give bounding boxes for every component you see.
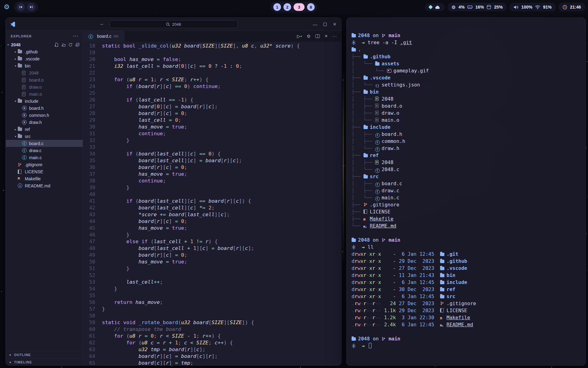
line-number[interactable]: 51 [83,265,95,272]
line-number[interactable]: 33 [83,144,95,151]
line-number[interactable]: 46 [83,232,95,238]
explorer-item-Makefile[interactable]: MMakefile [6,175,83,182]
explorer-item-common.h[interactable]: Hcommon.h [6,112,83,119]
explorer-item-main.o[interactable]: main.o [6,90,83,98]
audio-network-widget[interactable]: 100% 91% [510,3,556,11]
nav-back-button[interactable]: ← [100,21,104,26]
new-file-icon[interactable] [54,43,58,47]
line-number[interactable]: 61 [83,333,95,339]
line-number[interactable]: 56 [83,299,95,306]
workspace-8[interactable]: 8 [307,3,315,11]
line-number[interactable]: 64 [83,353,95,360]
terminal-window[interactable]: 2048 on main → tree -a -I .git.├── .gith… [346,17,586,366]
weather-widget[interactable] [425,3,445,11]
launcher-icon[interactable]: ⚙ [4,4,10,10]
line-number[interactable]: 27 [83,103,95,110]
line-number[interactable]: 23 [83,76,95,83]
line-number[interactable]: 26 [83,97,95,103]
line-number[interactable]: 52 [83,272,95,279]
line-number[interactable]: 31 [83,130,95,137]
line-number[interactable]: 40 [83,191,95,198]
tab-board-c[interactable]: C board.c src [83,31,124,42]
line-number[interactable]: 55 [83,292,95,299]
line-number[interactable]: 41 [83,198,95,205]
line-number[interactable]: 34 [83,151,95,157]
refresh-icon[interactable] [68,43,73,47]
line-number[interactable]: 21 [83,63,95,70]
explorer-more-actions-icon[interactable]: ··· [73,34,78,39]
line-number[interactable]: 47 [83,238,95,245]
editor-titlebar[interactable]: ← → 2048 — × [6,18,341,31]
minimize-button[interactable]: — [313,22,317,27]
line-number[interactable]: 60 [83,326,95,333]
new-folder-icon[interactable] [61,43,66,47]
line-number[interactable]: 25 [83,90,95,97]
explorer-item-.vscode[interactable]: ▸.vscode [6,55,83,62]
explorer-item-draw.h[interactable]: Hdraw.h [6,119,83,126]
line-number[interactable]: 19 [83,49,95,56]
timeline-section[interactable]: ▸ TIMELINE [6,358,83,366]
line-number[interactable]: 22 [83,70,95,76]
split-editor-icon[interactable] [315,34,320,38]
code-editor[interactable]: 1819202122232425262728293031323334353637… [83,42,341,366]
line-number[interactable]: 45 [83,225,95,232]
outline-section[interactable]: ▸ OUTLINE [6,351,83,358]
line-number[interactable]: 65 [83,360,95,366]
explorer-item-board.c[interactable]: Cboard.c [6,140,83,147]
line-number[interactable]: 43 [83,211,95,218]
explorer-item-README.md[interactable]: iREADME.md [6,182,83,189]
line-number[interactable]: 32 [83,137,95,144]
clock-widget[interactable]: 21:46 [559,3,585,11]
command-center-search[interactable]: 2048 [109,20,238,28]
line-number[interactable]: 54 [83,286,95,292]
line-number[interactable]: 63 [83,346,95,353]
workspace-3[interactable]: 3 [294,3,305,11]
line-number[interactable]: 37 [83,171,95,178]
line-number[interactable]: 49 [83,252,95,259]
explorer-item-board.o[interactable]: board.o [6,76,83,83]
explorer-item-src[interactable]: ▾src [6,133,83,140]
line-number[interactable]: 36 [83,164,95,171]
explorer-item-.gitignore[interactable]: .gitignore [6,161,83,168]
workspace-1[interactable]: 1 [273,3,281,11]
media-next-button[interactable] [27,3,35,11]
explorer-item-.github[interactable]: ▸.github [6,48,83,55]
line-number[interactable]: 59 [83,319,95,326]
line-number[interactable]: 18 [83,43,95,49]
line-number[interactable]: 20 [83,56,95,63]
line-number[interactable]: 29 [83,117,95,124]
line-number[interactable]: 62 [83,339,95,346]
explorer-item-draw.o[interactable]: draw.o [6,83,83,90]
explorer-root-row[interactable]: ▾ 2048 [6,41,83,48]
media-prev-button[interactable] [17,3,25,11]
line-number[interactable]: 28 [83,110,95,117]
run-button[interactable]: ▷▾ [297,34,302,39]
workspace-2[interactable]: 2 [284,3,291,11]
line-number[interactable]: 38 [83,178,95,184]
line-number[interactable]: 57 [83,306,95,312]
line-number[interactable]: 44 [83,218,95,225]
line-number[interactable]: 42 [83,205,95,211]
line-number[interactable]: 24 [83,83,95,90]
line-number[interactable]: 39 [83,184,95,191]
line-number[interactable]: 30 [83,124,95,130]
more-actions-icon[interactable]: ··· [333,34,337,39]
explorer-item-main.c[interactable]: Cmain.c [6,154,83,161]
close-button[interactable]: × [333,21,336,28]
system-stats-widget[interactable]: ⚙ 4% 16% 25% [448,3,507,11]
explorer-item-LICENSE[interactable]: LICENSE [6,168,83,175]
explorer-item-board.h[interactable]: Hboard.h [6,105,83,112]
line-number[interactable]: 35 [83,157,95,164]
close-tab-icon[interactable]: × [325,33,328,39]
line-number[interactable]: 58 [83,312,95,319]
explorer-item-bin[interactable]: ▾bin [6,62,83,69]
line-number[interactable]: 48 [83,245,95,252]
line-number[interactable]: 50 [83,259,95,265]
explorer-item-include[interactable]: ▾include [6,98,83,105]
explorer-item-2048[interactable]: 2048 [6,69,83,76]
explorer-item-draw.c[interactable]: Cdraw.c [6,147,83,154]
settings-gear-icon[interactable]: ⚙ [307,34,311,39]
explorer-item-ref[interactable]: ▸ref [6,126,83,133]
maximize-button[interactable] [323,23,327,26]
line-number[interactable]: 53 [83,279,95,286]
